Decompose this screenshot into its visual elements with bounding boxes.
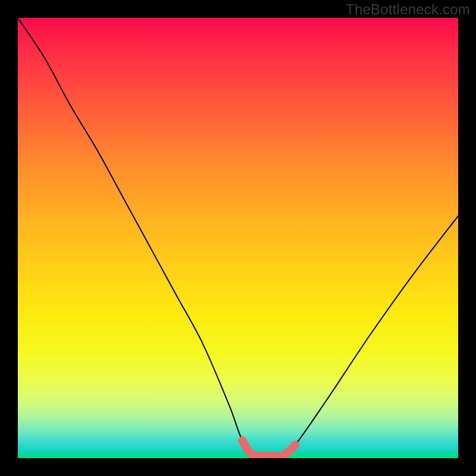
watermark-text: TheBottleneck.com (346, 1, 470, 18)
chart-frame: TheBottleneck.com (0, 0, 476, 476)
bottleneck-curve (18, 18, 458, 457)
chart-svg (18, 18, 458, 458)
chart-plot-area (18, 18, 458, 458)
flat-minimum-marker (242, 440, 295, 456)
